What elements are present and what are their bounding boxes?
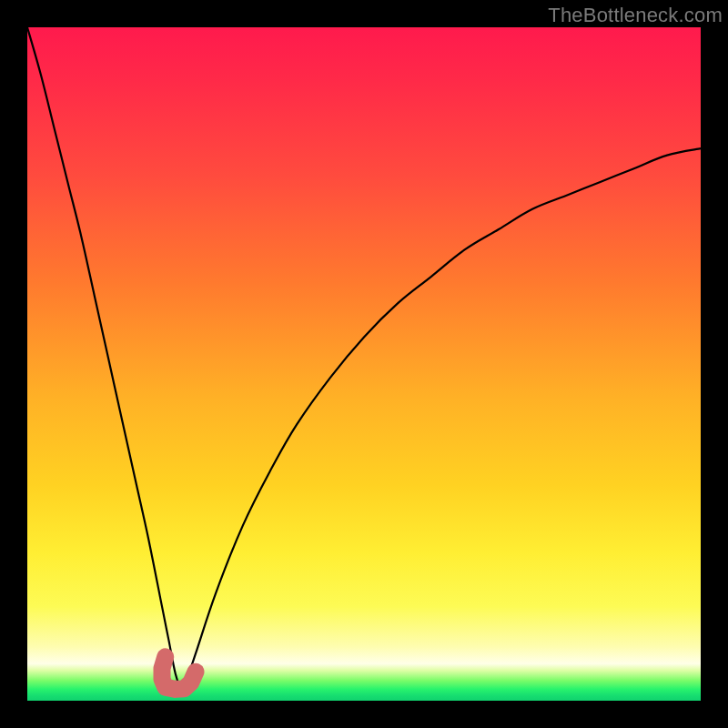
outer-frame: TheBottleneck.com [0, 0, 728, 728]
plot-area [27, 27, 701, 701]
curves-layer [27, 27, 701, 701]
highlight-marker [162, 657, 196, 690]
right-branch-curve [182, 148, 701, 693]
watermark-text: TheBottleneck.com [548, 4, 723, 27]
left-branch-curve [27, 27, 182, 694]
